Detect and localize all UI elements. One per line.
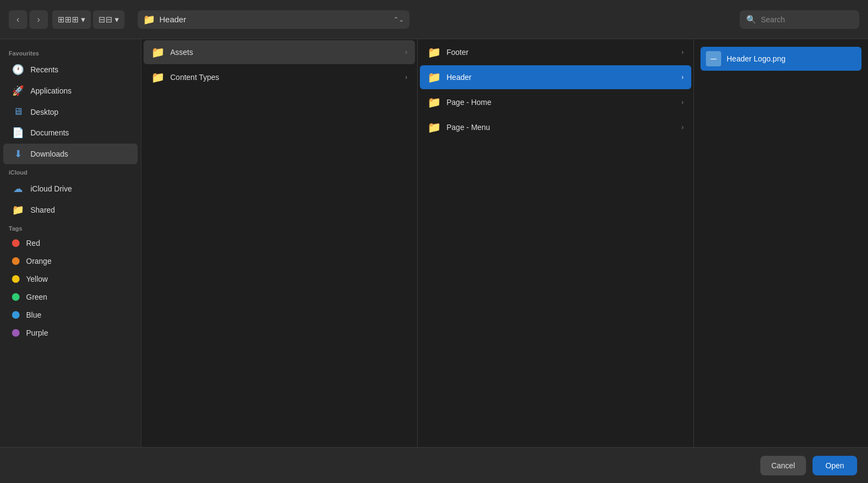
file-type-icon: — <box>706 51 721 66</box>
folder-icon: 📁 <box>427 121 441 134</box>
location-text: Header <box>159 15 389 24</box>
file-item-content-types[interactable]: 📁 Content Types › <box>144 65 415 89</box>
red-tag-dot <box>12 239 20 247</box>
green-tag-dot <box>12 293 20 301</box>
file-item-page-menu[interactable]: 📁 Page - Menu › <box>420 115 691 139</box>
chevron-right-icon: › <box>405 73 407 81</box>
folder-icon: 📁 <box>427 46 441 59</box>
applications-icon: 🚀 <box>12 85 24 97</box>
view-buttons: ⊞⊞⊞ ▾ ⊟⊟ ▾ <box>52 10 125 29</box>
sidebar-item-label: Orange <box>26 257 52 265</box>
search-placeholder: Search <box>761 15 785 24</box>
favourites-label: Favourites <box>0 46 141 59</box>
sidebar-item-label: Yellow <box>26 275 48 283</box>
sidebar-item-tag-purple[interactable]: Purple <box>3 324 138 342</box>
icloud-drive-icon: ☁ <box>12 183 24 195</box>
sidebar-item-tag-blue[interactable]: Blue <box>3 306 138 324</box>
toolbar: ‹ › ⊞⊞⊞ ▾ ⊟⊟ ▾ 📁 Header ⌃⌄ 🔍 Search <box>0 0 868 39</box>
blue-tag-dot <box>12 311 20 319</box>
search-bar[interactable]: 🔍 Search <box>740 10 859 29</box>
grid-view-icon: ⊟⊟ <box>98 15 113 24</box>
file-item-assets[interactable]: 📁 Assets › <box>144 40 415 64</box>
column-view-button[interactable]: ⊞⊞⊞ ▾ <box>52 10 91 29</box>
sidebar-item-label: Green <box>26 293 47 301</box>
sidebar-item-applications[interactable]: 🚀 Applications <box>3 81 138 101</box>
sidebar-item-recents[interactable]: 🕐 Recents <box>3 59 138 80</box>
folder-icon: 📁 <box>151 46 165 59</box>
sidebar: Favourites 🕐 Recents 🚀 Applications 🖥 De… <box>0 39 141 447</box>
yellow-tag-dot <box>12 275 20 283</box>
desktop-icon: 🖥 <box>12 106 24 117</box>
file-item-name: Page - Home <box>447 98 676 107</box>
sidebar-item-desktop[interactable]: 🖥 Desktop <box>3 102 138 122</box>
search-icon: 🔍 <box>746 15 757 24</box>
chevron-right-icon: › <box>681 48 684 56</box>
tags-label: Tags <box>0 221 141 234</box>
preview-column: — Header Logo.png <box>694 39 868 447</box>
icloud-label: iCloud <box>0 165 141 178</box>
sidebar-item-label: iCloud Drive <box>30 184 72 193</box>
sidebar-item-label: Desktop <box>30 108 58 116</box>
sidebar-item-label: Red <box>26 239 40 247</box>
column-view-chevron: ▾ <box>81 15 85 24</box>
sidebar-item-label: Blue <box>26 311 41 319</box>
file-type-label: — <box>711 55 717 62</box>
column-view-icon: ⊞⊞⊞ <box>58 15 79 24</box>
file-browser: 📁 Assets › 📁 Content Types › 📁 Footer › … <box>141 39 868 447</box>
folder-icon: 📁 <box>151 71 165 84</box>
purple-tag-dot <box>12 329 20 337</box>
chevron-right-icon: › <box>681 123 684 131</box>
file-item-name: Header <box>447 73 676 82</box>
chevron-right-icon: › <box>681 98 684 106</box>
recents-icon: 🕐 <box>12 64 24 76</box>
sidebar-item-label: Purple <box>26 329 48 337</box>
sidebar-item-tag-green[interactable]: Green <box>3 288 138 306</box>
location-folder-icon: 📁 <box>143 14 155 26</box>
documents-icon: 📄 <box>12 127 24 139</box>
file-item-name: Page - Menu <box>447 123 676 132</box>
file-item-header[interactable]: 📁 Header › <box>420 65 691 89</box>
forward-button[interactable]: › <box>29 10 48 29</box>
file-item-name: Content Types <box>170 73 400 82</box>
location-bar[interactable]: 📁 Header ⌃⌄ <box>138 10 410 29</box>
file-column-2: 📁 Footer › 📁 Header › 📁 Page - Home › 📁 … <box>418 39 694 447</box>
sidebar-item-label: Documents <box>30 128 69 137</box>
location-arrows: ⌃⌄ <box>393 16 404 23</box>
sidebar-item-icloud-drive[interactable]: ☁ iCloud Drive <box>3 178 138 199</box>
grid-view-button[interactable]: ⊟⊟ ▾ <box>93 10 125 29</box>
sidebar-item-label: Shared <box>30 206 55 214</box>
cancel-button[interactable]: Cancel <box>760 456 806 475</box>
file-item-name: Assets <box>170 48 400 57</box>
downloads-icon: ⬇ <box>12 148 24 160</box>
sidebar-item-label: Applications <box>30 86 72 95</box>
grid-view-chevron: ▾ <box>115 15 119 24</box>
chevron-right-icon: › <box>681 73 684 81</box>
sidebar-item-tag-orange[interactable]: Orange <box>3 252 138 270</box>
back-button[interactable]: ‹ <box>9 10 27 29</box>
chevron-right-icon: › <box>405 48 407 56</box>
folder-icon: 📁 <box>427 71 441 84</box>
file-item-footer[interactable]: 📁 Footer › <box>420 40 691 64</box>
file-item-name: Footer <box>447 48 676 57</box>
sidebar-item-label: Recents <box>30 65 58 74</box>
main-content: Favourites 🕐 Recents 🚀 Applications 🖥 De… <box>0 39 868 447</box>
sidebar-item-label: Downloads <box>30 150 68 158</box>
sidebar-item-tag-yellow[interactable]: Yellow <box>3 270 138 288</box>
file-column-1: 📁 Assets › 📁 Content Types › <box>141 39 418 447</box>
preview-item-header-logo[interactable]: — Header Logo.png <box>700 47 861 71</box>
shared-icon: 📁 <box>12 204 24 216</box>
preview-item-name: Header Logo.png <box>727 54 785 63</box>
file-item-page-home[interactable]: 📁 Page - Home › <box>420 90 691 114</box>
sidebar-item-tag-red[interactable]: Red <box>3 234 138 252</box>
bottom-bar: Cancel Open <box>0 447 868 483</box>
sidebar-item-shared[interactable]: 📁 Shared <box>3 200 138 220</box>
folder-icon: 📁 <box>427 96 441 109</box>
sidebar-item-downloads[interactable]: ⬇ Downloads <box>3 144 138 164</box>
open-button[interactable]: Open <box>813 456 857 475</box>
sidebar-item-documents[interactable]: 📄 Documents <box>3 122 138 143</box>
nav-buttons: ‹ › <box>9 10 48 29</box>
orange-tag-dot <box>12 257 20 265</box>
